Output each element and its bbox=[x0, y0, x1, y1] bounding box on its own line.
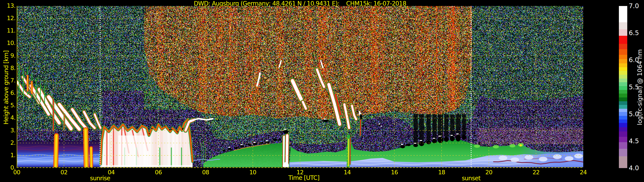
colorbar-segment bbox=[619, 112, 627, 116]
y-tick-label: 4. bbox=[0, 114, 16, 121]
colorbar-segment bbox=[619, 36, 627, 44]
y-tick-label: 9. bbox=[0, 52, 16, 59]
y-tick-label: 1. bbox=[0, 152, 16, 159]
sunset-label: sunset bbox=[450, 175, 493, 182]
colorbar-segment bbox=[619, 90, 627, 93]
y-tick-label: 3. bbox=[0, 127, 16, 134]
y-tick-label: 6. bbox=[0, 90, 16, 96]
colorbar-segment bbox=[619, 93, 627, 97]
lidar-quicklook-window: DWD: Augsburg (Germany; 48.4261 N / 10.9… bbox=[0, 0, 644, 182]
colorbar-segment bbox=[619, 63, 627, 67]
sunrise-label: sunrise bbox=[78, 175, 122, 182]
colorbar-segment bbox=[619, 149, 627, 156]
y-tick-label: 7. bbox=[0, 77, 16, 84]
colorbar-segment bbox=[619, 97, 627, 101]
colorbar-segment bbox=[619, 82, 627, 86]
y-tick-label: 10. bbox=[0, 40, 16, 46]
colorbar-segment bbox=[619, 119, 627, 123]
colorbar-tick-label: 4.0 bbox=[629, 164, 644, 172]
y-tick-label: 2. bbox=[0, 139, 16, 146]
colorbar-segment bbox=[619, 137, 627, 142]
colorbar-segment bbox=[619, 67, 627, 71]
y-tick-label: 12. bbox=[0, 15, 16, 21]
colorbar-segment bbox=[619, 127, 627, 131]
colorbar-title: log(rc-signal) @ 1064 nm bbox=[636, 27, 643, 147]
colorbar-segment bbox=[619, 6, 627, 22]
colorbar bbox=[619, 6, 627, 168]
colorbar-segment bbox=[619, 78, 627, 82]
colorbar-segment bbox=[619, 123, 627, 127]
y-tick-label: 11. bbox=[0, 27, 16, 34]
colorbar-segment bbox=[619, 108, 627, 112]
colorbar-segment bbox=[619, 59, 627, 63]
colorbar-segment bbox=[619, 142, 627, 149]
colorbar-segment bbox=[619, 29, 627, 36]
y-tick-label: 13. bbox=[0, 2, 16, 9]
colorbar-segment bbox=[619, 116, 627, 119]
colorbar-segment bbox=[619, 44, 627, 49]
colorbar-segment bbox=[619, 75, 627, 78]
colorbar-segment bbox=[619, 55, 627, 59]
colorbar-tick-label: 7.0 bbox=[629, 2, 644, 10]
colorbar-segment bbox=[619, 131, 627, 137]
colorbar-segment bbox=[619, 71, 627, 75]
heatmap-plot bbox=[17, 6, 583, 168]
y-tick-label: 5. bbox=[0, 102, 16, 108]
y-tick-label: 8. bbox=[0, 65, 16, 71]
colorbar-segment bbox=[619, 156, 627, 168]
colorbar-segment bbox=[619, 101, 627, 105]
colorbar-segment bbox=[619, 49, 627, 55]
colorbar-segment bbox=[619, 105, 627, 109]
colorbar-segment bbox=[619, 86, 627, 90]
colorbar-segment bbox=[619, 22, 627, 29]
